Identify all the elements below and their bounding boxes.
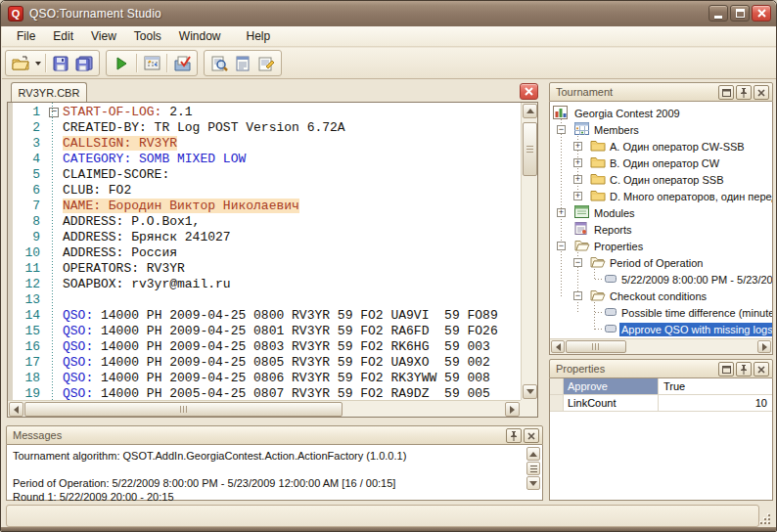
- scroll-down-button[interactable]: [523, 384, 537, 399]
- code-area[interactable]: 1START-OF-LOG: 2.1 2CREATED-BY: TR Log P…: [8, 103, 521, 400]
- titlebar[interactable]: Q QSO:Tournament Studio: [1, 1, 776, 26]
- properties-button[interactable]: [254, 52, 278, 74]
- tree-item-members[interactable]: Members: [550, 121, 772, 138]
- maximize-button[interactable]: [730, 5, 750, 22]
- tree-item-label: Properties: [592, 240, 645, 253]
- validate-log-button[interactable]: [170, 52, 194, 74]
- expand-icon[interactable]: [573, 192, 582, 200]
- tree-item-period-of-operation[interactable]: Period of Operation: [550, 254, 772, 271]
- menu-tools[interactable]: Tools: [125, 27, 170, 46]
- panel-close-button[interactable]: [524, 428, 539, 443]
- expand-icon[interactable]: [557, 208, 566, 217]
- property-name-cell[interactable]: Approve: [564, 378, 659, 394]
- message-line: Period of Operation: 5/22/2009 8:00:00 P…: [13, 476, 523, 490]
- tree-item-checkout-conditions[interactable]: Checkout conditions: [550, 288, 772, 304]
- fold-toggle-icon[interactable]: [49, 108, 59, 117]
- panel-close-button[interactable]: [754, 362, 769, 377]
- expand-icon[interactable]: [573, 158, 582, 167]
- open-file-button[interactable]: [9, 52, 32, 74]
- toolbar: [2, 48, 777, 79]
- scroll-left-button[interactable]: [551, 340, 565, 353]
- collapse-icon[interactable]: [573, 291, 582, 300]
- minimize-button[interactable]: [708, 5, 728, 22]
- menu-view[interactable]: View: [82, 27, 125, 46]
- code-line: 2CREATED-BY: TR Log POST Version 6.72A: [8, 120, 521, 136]
- menu-file[interactable]: File: [8, 27, 44, 46]
- editor-dock: RV3YR.CBR 1START-OF-LOG: 2.1 2CREATED-BY…: [7, 82, 538, 418]
- tree-horizontal-scrollbar[interactable]: [550, 338, 772, 354]
- tournament-panel: Tournament: [549, 82, 773, 355]
- tree-item-label: A. Один оператор CW-SSB: [608, 140, 747, 154]
- code-line: 12SOAPBOX: rv3yr@mail.ru: [8, 277, 521, 292]
- scroll-up-button[interactable]: [523, 104, 537, 118]
- app-icon: Q: [8, 6, 23, 22]
- code-editor[interactable]: 1START-OF-LOG: 2.1 2CREATED-BY: TR Log P…: [7, 102, 538, 418]
- collapse-icon[interactable]: [573, 258, 582, 267]
- message-line: [13, 463, 523, 476]
- run-button[interactable]: [110, 52, 133, 74]
- tree-item-modules[interactable]: Modules: [550, 204, 772, 221]
- menu-edit[interactable]: Edit: [44, 27, 82, 46]
- tree-item-approve-qso[interactable]: Approve QSO with missing logs: [550, 321, 772, 337]
- panel-close-button[interactable]: [754, 85, 769, 100]
- scroll-right-button[interactable]: [757, 340, 771, 353]
- tree-item-label: Checkout conditions: [608, 289, 708, 303]
- pin-button[interactable]: [736, 85, 752, 100]
- pin-button[interactable]: [736, 362, 752, 377]
- folder-icon: [590, 189, 606, 202]
- expand-icon[interactable]: [573, 175, 582, 184]
- tree-item-category-c[interactable]: C. Один оператор SSB: [550, 171, 772, 188]
- tab-rv3yr-cbr[interactable]: RV3YR.CBR: [11, 82, 87, 102]
- property-value-cell[interactable]: True: [659, 378, 772, 394]
- menu-window[interactable]: Window: [170, 27, 230, 46]
- scrollbar-thumb[interactable]: [24, 402, 343, 417]
- tree-item-category-a[interactable]: A. Один оператор CW-SSB: [550, 138, 772, 155]
- float-button[interactable]: [718, 362, 734, 377]
- editor-vertical-scrollbar[interactable]: [521, 103, 537, 400]
- float-button[interactable]: [718, 85, 734, 100]
- save-button[interactable]: [49, 52, 72, 74]
- tree-item-category-b[interactable]: B. Один оператор CW: [550, 155, 772, 171]
- collapse-icon[interactable]: [557, 125, 566, 134]
- schedule-button[interactable]: [140, 52, 163, 74]
- code-line: 17QSO: 14000 PH 2009-04-25 0805 RV3YR 59…: [8, 355, 521, 371]
- scroll-left-button[interactable]: [9, 402, 23, 417]
- search-log-button[interactable]: [207, 52, 231, 74]
- save-all-button[interactable]: [72, 52, 96, 74]
- tree-item-label: B. Один оператор CW: [608, 156, 721, 170]
- document-close-button[interactable]: [520, 83, 538, 100]
- editor-horizontal-scrollbar[interactable]: [8, 400, 521, 417]
- line-number: 3: [8, 136, 47, 152]
- scroll-right-button[interactable]: [505, 402, 520, 417]
- menu-help[interactable]: Help: [238, 27, 280, 46]
- tree-item-reports[interactable]: Reports: [550, 221, 772, 238]
- toolbar-separator: [166, 54, 167, 72]
- report-button[interactable]: [231, 52, 254, 74]
- collapse-icon[interactable]: [557, 242, 566, 250]
- tree-item-time-difference[interactable]: Possible time difference (minutes): [550, 304, 772, 321]
- property-name-cell[interactable]: LinkCount: [564, 395, 659, 411]
- tree-item-root[interactable]: Georgia Contest 2009: [550, 105, 772, 121]
- pin-button[interactable]: [506, 428, 522, 443]
- line-number: 8: [8, 214, 47, 230]
- tree-item-category-d[interactable]: D. Много операторов, один передатчик: [550, 188, 772, 204]
- folder-icon: [590, 139, 606, 153]
- folder-icon: [590, 155, 606, 169]
- property-value-cell[interactable]: 10: [659, 395, 772, 411]
- resize-grip[interactable]: [758, 512, 770, 524]
- line-number: 4: [8, 152, 47, 167]
- expand-icon[interactable]: [573, 142, 582, 151]
- scroll-down-button[interactable]: [526, 476, 540, 490]
- scroll-up-button[interactable]: [526, 447, 540, 461]
- scrollbar-thumb[interactable]: [566, 340, 626, 353]
- tree-item-properties[interactable]: Properties: [550, 238, 772, 254]
- scroll-menu-button[interactable]: [526, 462, 540, 475]
- tree-item-label: Georgia Contest 2009: [572, 107, 682, 120]
- editor-margin: [8, 103, 13, 417]
- scrollbar-thumb[interactable]: [523, 122, 537, 176]
- open-dropdown-button[interactable]: [32, 52, 42, 74]
- messages-header: Messages: [6, 425, 543, 445]
- message-line: Round 1: 5/22/2009 20:00 - 20:15: [13, 490, 523, 504]
- tree-item-period-value[interactable]: 5/22/2009 8:00:00 PM - 5/23/2009 12:00:0…: [550, 271, 772, 288]
- close-button[interactable]: [752, 5, 771, 22]
